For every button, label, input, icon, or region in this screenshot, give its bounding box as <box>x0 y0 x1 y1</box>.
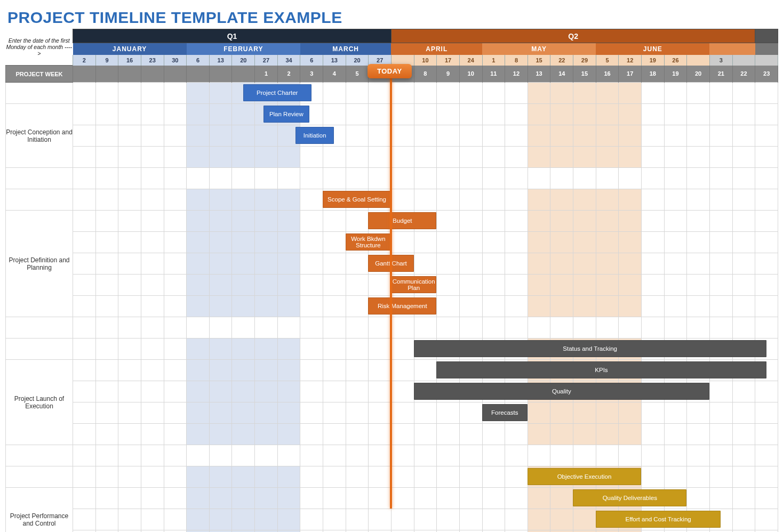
phase-header-4: PHASE FOUR <box>6 466 73 488</box>
phase-body-3: Project Launch of Execution <box>6 360 73 445</box>
today-marker: TODAY <box>367 64 412 78</box>
quarter-q1: Q1 <box>73 29 392 43</box>
task-bar[interactable]: Status and Tracking <box>414 340 766 357</box>
task-bar[interactable]: Work Bkdwn Structure <box>346 233 391 251</box>
task-bar[interactable]: Quality Deliverables <box>573 489 686 506</box>
today-line-icon <box>390 65 392 509</box>
phase-body-2: Project Definition and Planning <box>6 211 73 317</box>
month-june: JUNE <box>596 43 709 55</box>
phase-body-4: Project Performance and Control <box>6 488 73 533</box>
task-bar[interactable]: Initiation <box>295 127 334 144</box>
phase-header-3: PHASE THREE <box>6 338 73 360</box>
task-bar[interactable]: Scope & Goal Setting <box>323 191 391 208</box>
phase-header-1: PHASE ONE <box>6 83 73 104</box>
month-january: JANUARY <box>73 43 187 55</box>
task-bar[interactable]: Objective Execution <box>528 468 641 485</box>
task-bar[interactable]: Effort and Cost Tracking <box>596 511 721 528</box>
task-bar[interactable]: KPIs <box>436 361 766 378</box>
quarter-q2: Q2 <box>391 29 755 43</box>
month-february: FEBRUARY <box>187 43 300 55</box>
task-bar[interactable]: Communication Plan <box>391 276 436 293</box>
quarter-q3 <box>755 29 778 43</box>
task-bar[interactable]: Quality <box>414 383 709 400</box>
task-bar[interactable]: Forecasts <box>482 404 528 421</box>
task-bar[interactable]: Plan Review <box>263 106 309 123</box>
month-april: APRIL <box>391 43 482 55</box>
project-week-header: PROJECT WEEK <box>6 66 73 83</box>
task-bar[interactable]: Budget <box>368 212 436 229</box>
month-may: MAY <box>482 43 596 55</box>
instruction-note: Enter the date of the first Monday of ea… <box>6 29 73 66</box>
task-bar[interactable]: Project Charter <box>243 84 311 101</box>
month-march: MARCH <box>300 43 392 55</box>
phase-body-1: Project Conception and Initiation <box>6 104 73 168</box>
page-title: PROJECT TIMELINE TEMPLATE EXAMPLE <box>7 9 778 27</box>
phase-header-2: PHASE TWO <box>6 189 73 211</box>
task-bar[interactable]: Risk Management <box>368 297 436 315</box>
